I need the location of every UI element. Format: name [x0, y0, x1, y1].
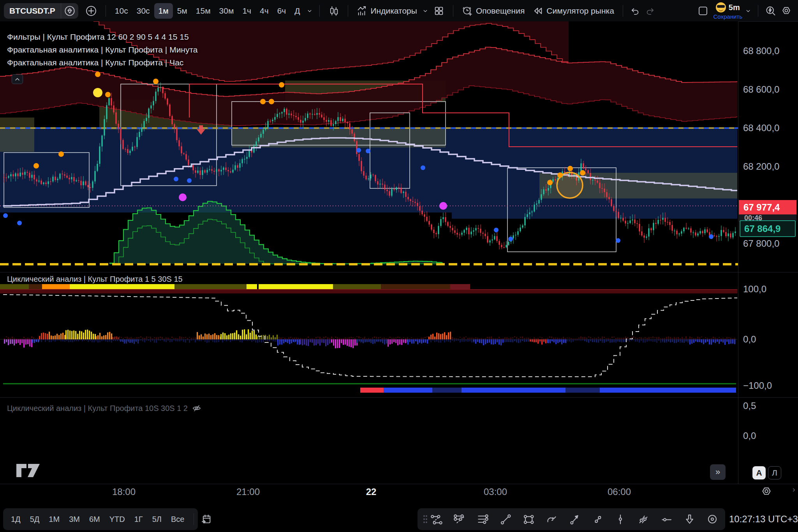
tool-cross-line-icon[interactable] — [635, 511, 652, 527]
clock[interactable]: 10:27:13 UTC+3 — [729, 508, 798, 530]
tool-projection-icon[interactable] — [704, 511, 720, 527]
timeframe-1ч[interactable]: 1ч — [238, 3, 255, 19]
divider — [623, 5, 623, 17]
alarm-plus-icon — [462, 5, 473, 16]
market-simulator-button[interactable]: Симулятор рынка — [528, 3, 618, 19]
settings-button[interactable] — [779, 3, 794, 19]
trading-terminal: BTCUSDT.P 10с30с1м5м15м30м1ч4ч6чД Индика… — [0, 0, 798, 532]
timeframe-1м[interactable]: 1м — [154, 3, 173, 19]
timeframe-menu-chevron[interactable] — [305, 5, 315, 17]
range-1Д[interactable]: 1Д — [6, 513, 25, 526]
tradingview-logo-icon[interactable] — [16, 463, 47, 478]
range-3М[interactable]: 3М — [64, 513, 85, 526]
timeframe-Д[interactable]: Д — [290, 3, 304, 19]
indicators-templates-chevron[interactable] — [421, 5, 430, 17]
legend-collapse-button[interactable] — [12, 74, 23, 84]
tool-arrow-marker-icon[interactable] — [566, 511, 583, 527]
range-YTD[interactable]: YTD — [105, 513, 130, 526]
clock-value: 10:27:13 UTC+3 — [729, 514, 798, 525]
price-axis-border[interactable] — [738, 22, 738, 484]
tool-arrow-down-icon[interactable] — [681, 511, 698, 527]
single-layout-icon — [698, 5, 708, 16]
divider — [319, 5, 320, 17]
favorite-drawings-toolbar — [417, 508, 725, 530]
candles-icon — [328, 5, 339, 16]
auto-scale-button[interactable]: А — [752, 466, 766, 479]
drag-handle-icon[interactable] — [422, 514, 428, 524]
timeframe-30м[interactable]: 30м — [215, 3, 238, 19]
tool-brush-icon[interactable] — [543, 511, 560, 527]
eye-off-icon[interactable] — [192, 403, 202, 413]
diamond-icon[interactable] — [61, 3, 78, 19]
range-5Д[interactable]: 5Д — [25, 513, 44, 526]
expand-toolbar-button[interactable]: » — [710, 464, 726, 480]
quick-search-button[interactable] — [763, 3, 779, 19]
pane-separator[interactable] — [0, 397, 798, 398]
layout-grid-button[interactable] — [430, 3, 448, 19]
tool-vertical-line-icon[interactable] — [612, 511, 629, 527]
tool-channel-icon[interactable] — [428, 511, 445, 527]
timeframe-4ч[interactable]: 4ч — [255, 3, 273, 19]
timeframe-6ч[interactable]: 6ч — [273, 3, 291, 19]
price-axis-tick: 0,0 — [743, 430, 756, 441]
tool-trend-line-icon[interactable] — [497, 511, 514, 527]
range-buttons: 1Д5Д1М3М6МYTD1Г5ЛВсе — [6, 513, 189, 526]
price-axis-tick: 68 600,0 — [743, 84, 779, 95]
tool-horizontal-ray-icon[interactable] — [658, 511, 675, 527]
calendar-goto-icon — [201, 514, 212, 525]
pane3-legend[interactable]: Циклический анализ | Культ Профита 10S 3… — [7, 403, 202, 413]
legend-fractal-minute[interactable]: Фрактальная аналитика | Культ Профита | … — [7, 43, 198, 56]
divider — [758, 5, 758, 17]
panel-edge-chevron[interactable]: › — [793, 485, 795, 494]
time-axis-tick: 21:00 — [236, 486, 260, 497]
timeframe-5м[interactable]: 5м — [173, 3, 192, 19]
legend-fractal-hour[interactable]: Фрактальная аналитика | Культ Профита | … — [7, 56, 198, 69]
emoji-avatar-icon — [716, 2, 726, 12]
divider — [453, 5, 453, 17]
range-6М[interactable]: 6М — [85, 513, 105, 526]
pane-separator[interactable] — [0, 272, 798, 272]
compare-add-button[interactable] — [81, 2, 101, 19]
axis-settings-gear-icon[interactable] — [761, 486, 772, 497]
pane2-legend[interactable]: Циклический анализ | Культ Профита 1 5 3… — [7, 275, 183, 284]
redo-button[interactable] — [643, 3, 657, 19]
indicators-icon — [357, 5, 368, 16]
last-price-value: 67 977,4 — [743, 202, 780, 213]
counter-price-value: 67 864,9 — [744, 223, 780, 234]
price-axis-tick: 0,5 — [743, 400, 756, 411]
range-Все[interactable]: Все — [166, 513, 189, 526]
date-range-panel: 1Д5Д1М3М6МYTD1Г5ЛВсе — [3, 508, 198, 530]
tool-ray-icon[interactable] — [589, 511, 606, 527]
symbol-button[interactable]: BTCUSDT.P — [4, 3, 78, 19]
log-scale-button[interactable]: Л — [768, 466, 781, 479]
layout-select-button[interactable] — [694, 3, 712, 19]
oscillator-pane[interactable] — [0, 272, 738, 398]
goto-date-button[interactable] — [199, 511, 214, 527]
undo-button[interactable] — [628, 3, 643, 19]
timeframe-30с[interactable]: 30с — [132, 3, 154, 19]
indicators-button[interactable]: Индикаторы — [353, 3, 421, 19]
more-chevrons: » — [715, 467, 720, 477]
range-1М[interactable]: 1М — [44, 513, 64, 526]
timeframe-10с[interactable]: 10с — [111, 3, 132, 19]
alerts-button[interactable]: Оповещения — [458, 3, 528, 19]
gear-icon — [781, 5, 792, 16]
chart-type-button[interactable] — [324, 3, 343, 19]
tool-rectangle-icon[interactable] — [520, 511, 537, 527]
timeframe-group: 10с30с1м5м15м30м1ч4ч6чД — [111, 3, 305, 19]
range-1Г[interactable]: 1Г — [130, 513, 148, 526]
save-menu-chevron[interactable] — [743, 5, 753, 17]
tool-horizontal-lines-icon[interactable] — [474, 511, 491, 527]
time-axis-tick: 06:00 — [608, 486, 631, 497]
legend-filters[interactable]: Фильтры | Культ Профита 12 60 2 90 5 4 4… — [7, 30, 198, 43]
time-axis-tick: 03:00 — [484, 486, 507, 497]
divider — [194, 513, 194, 525]
indicators-label: Индикаторы — [371, 6, 417, 16]
alerts-label: Оповещения — [476, 6, 525, 16]
pane2-legend-text: Циклический анализ | Культ Профита 1 5 3… — [7, 275, 183, 284]
range-5Л[interactable]: 5Л — [148, 513, 166, 526]
simulator-label: Симулятор рынка — [546, 6, 614, 16]
tool-parallel-channel-icon[interactable] — [451, 511, 468, 527]
save-layout-button[interactable]: 5m Сохранить — [713, 2, 742, 19]
timeframe-15м[interactable]: 15м — [192, 3, 215, 19]
